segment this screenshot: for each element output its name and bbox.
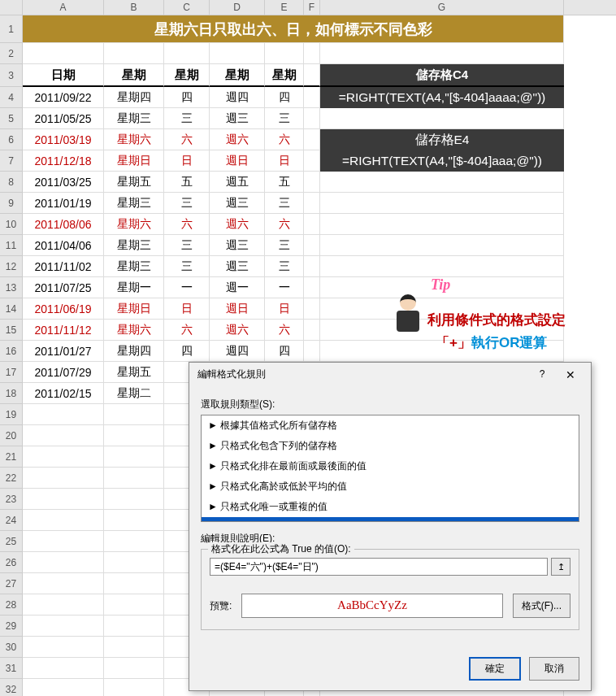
cell[interactable]: 2011/03/19	[23, 129, 104, 150]
cell[interactable]: 2011/06/19	[23, 298, 104, 320]
cell[interactable]	[304, 108, 320, 129]
cancel-button[interactable]: 取消	[529, 657, 579, 681]
cell[interactable]	[320, 235, 564, 256]
header-cell[interactable]: 日期	[23, 64, 104, 87]
cell[interactable]: 週四	[210, 87, 265, 108]
cell[interactable]	[265, 43, 304, 64]
cell[interactable]	[304, 129, 320, 150]
cell[interactable]: 日	[164, 150, 210, 172]
cell[interactable]: 星期二	[104, 383, 164, 404]
cell[interactable]: 週日	[210, 298, 265, 320]
header-cell[interactable]: 星期	[265, 64, 304, 87]
cell[interactable]	[104, 404, 164, 425]
cell[interactable]	[304, 341, 320, 362]
cell[interactable]	[23, 531, 104, 552]
ok-button[interactable]: 確定	[469, 657, 521, 681]
cell[interactable]: 2011/09/22	[23, 87, 104, 108]
cell[interactable]	[104, 637, 164, 658]
cell[interactable]: 三	[164, 235, 210, 256]
cell[interactable]: 週三	[210, 235, 265, 256]
cell[interactable]: 日	[164, 298, 210, 320]
col-header[interactable]: A	[23, 0, 104, 15]
cell[interactable]: 2011/12/18	[23, 150, 104, 172]
dialog-titlebar[interactable]: 編輯格式化規則 ? ✕	[189, 363, 591, 386]
formula-cell[interactable]: =RIGHT(TEXT(A4,"[$-404]aaa;@"))	[320, 150, 564, 172]
rule-type-item[interactable]: ► 只格式化排在最前面或最後面的值	[202, 456, 579, 476]
cell[interactable]: 三	[164, 108, 210, 129]
cell[interactable]: 週一	[210, 277, 265, 298]
cell[interactable]: 星期三	[104, 235, 164, 256]
cell[interactable]: 一	[164, 277, 210, 298]
col-header[interactable]: B	[104, 0, 164, 15]
cell[interactable]	[304, 43, 320, 64]
cell[interactable]: 星期五	[104, 172, 164, 193]
cell[interactable]	[304, 320, 320, 341]
cell[interactable]: 星期三	[104, 108, 164, 129]
cell[interactable]	[104, 552, 164, 573]
cell[interactable]: 週四	[210, 341, 265, 362]
cell[interactable]	[320, 172, 564, 193]
close-icon[interactable]: ✕	[558, 368, 583, 381]
col-header[interactable]: C	[164, 0, 210, 15]
cell[interactable]	[104, 446, 164, 468]
cell[interactable]: 週三	[210, 108, 265, 129]
cell[interactable]	[104, 468, 164, 489]
cell[interactable]: 星期五	[104, 362, 164, 383]
cell[interactable]: 星期四	[104, 341, 164, 362]
cell[interactable]: 週六	[210, 129, 265, 150]
cell[interactable]: 四	[265, 87, 304, 108]
cell[interactable]	[104, 594, 164, 616]
help-button[interactable]: ?	[534, 368, 550, 381]
cell[interactable]	[23, 552, 104, 573]
cell[interactable]	[23, 679, 104, 696]
cell[interactable]: 2011/01/19	[23, 193, 104, 214]
cell[interactable]: 2011/01/27	[23, 341, 104, 362]
cell[interactable]: 一	[265, 277, 304, 298]
cell[interactable]	[104, 573, 164, 594]
cell[interactable]: 五	[265, 172, 304, 193]
cell[interactable]: 星期三	[104, 256, 164, 277]
cell[interactable]: 三	[265, 193, 304, 214]
cell[interactable]: 六	[164, 129, 210, 150]
cell[interactable]: 六	[265, 214, 304, 235]
cell[interactable]: 六	[164, 214, 210, 235]
cell[interactable]: 星期六	[104, 320, 164, 341]
cell[interactable]	[210, 43, 265, 64]
cell[interactable]: 2011/04/06	[23, 235, 104, 256]
cell[interactable]	[23, 446, 104, 468]
rule-type-item[interactable]: ► 只格式化高於或低於平均的值	[202, 476, 579, 497]
cell[interactable]	[23, 43, 104, 64]
cell[interactable]	[320, 256, 564, 277]
cell[interactable]	[23, 594, 104, 616]
cell[interactable]: 2011/11/02	[23, 256, 104, 277]
cell[interactable]	[23, 404, 104, 425]
cell[interactable]	[23, 616, 104, 637]
cell[interactable]: 三	[265, 108, 304, 129]
cell[interactable]	[304, 214, 320, 235]
cell[interactable]	[104, 510, 164, 531]
cell[interactable]: 2011/07/25	[23, 277, 104, 298]
cell[interactable]	[304, 87, 320, 108]
cell[interactable]	[304, 193, 320, 214]
cell[interactable]: 週三	[210, 193, 265, 214]
cell[interactable]: 四	[164, 341, 210, 362]
cell[interactable]: 星期一	[104, 277, 164, 298]
corner-cell[interactable]	[0, 0, 23, 15]
cell[interactable]	[304, 235, 320, 256]
range-selector-icon[interactable]: ↥	[551, 558, 570, 576]
cell[interactable]: 2011/05/25	[23, 108, 104, 129]
formula-cell[interactable]: =RIGHT(TEXT(A4,"[$-404]aaaa;@"))	[320, 87, 564, 108]
cell[interactable]: 2011/07/29	[23, 362, 104, 383]
cell[interactable]	[104, 679, 164, 696]
cell[interactable]: 三	[164, 256, 210, 277]
cell[interactable]	[104, 531, 164, 552]
col-header[interactable]: D	[210, 0, 265, 15]
cell[interactable]: 週三	[210, 256, 265, 277]
formula-input[interactable]	[210, 558, 548, 576]
cell[interactable]	[104, 43, 164, 64]
cell[interactable]: 星期六	[104, 129, 164, 150]
cell[interactable]: 三	[164, 193, 210, 214]
cell[interactable]: 週六	[210, 320, 265, 341]
cell[interactable]: 星期四	[104, 87, 164, 108]
cell[interactable]: 2011/11/12	[23, 320, 104, 341]
